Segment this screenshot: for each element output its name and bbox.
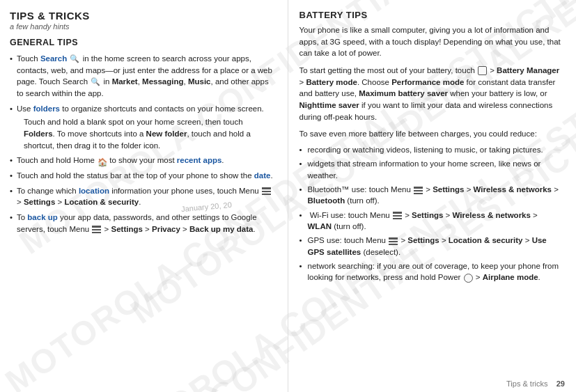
search-icon: 🔍 [70,54,79,64]
right-column: BATTERY TIPS Your phone is like a small … [288,0,577,392]
list-item: Touch and hold Home 🏠 to show your most … [10,155,275,166]
battery-mode-bold: Battery mode [306,78,357,86]
home-icon: 🏠 [98,157,107,166]
folders-bold: Folders [24,130,53,138]
location-security-bold-2: Location & security [449,236,523,244]
location-highlight: location [79,187,109,195]
general-tips-list: Touch Search 🔍 in the home screen to sea… [10,53,275,235]
wlan-bold: WLAN [308,222,332,230]
battery-list-item: widgets that stream information to your … [299,158,564,181]
wireless-networks-bold-2: Wireless & networks [453,211,531,219]
power-icon [464,274,473,283]
menu-icon-4 [393,212,402,219]
list-item: Touch and hold the status bar at the top… [10,170,275,182]
battery-list-item: recording or watching videos, listening … [299,144,564,155]
page-content: TIPS & TRICKS a few handy hints GENERAL … [0,0,576,392]
battery-list-item: Bluetooth™ use: touch Menu > Settings > … [299,184,564,207]
page-label: Tips & tricks [506,379,548,388]
max-battery-bold: Maximum battery saver [359,89,448,97]
bluetooth-bold: Bluetooth [308,196,345,205]
menu-icon-2 [92,226,101,233]
list-item: To change which location information you… [10,185,275,208]
newfolder-bold: New folder [146,130,187,138]
performance-mode-bold: Performance mode [391,78,464,86]
folders-subpara: Touch and hold a blank spot on your home… [17,116,275,151]
battery-tips-heading: BATTERY TIPS [299,10,564,20]
music-bold: Music [188,77,211,86]
battery-list-item: network searching: if you are out of cov… [299,260,564,283]
settings-bold-4: Settings [412,211,443,219]
menu-icon-1 [262,187,271,195]
privacy-bold: Privacy [152,225,180,233]
general-tips-heading: GENERAL TIPS [10,38,275,47]
list-item: Use folders to organize shortcuts and co… [10,103,275,152]
recent-apps-highlight: recent apps [177,156,222,164]
battery-list-item: Wi-Fi use: touch Menu > Settings > Wirel… [299,210,564,233]
battery-save-intro-para: To save even more battery life between c… [299,128,564,140]
settings-bold-3: Settings [433,185,464,194]
search-icon-2: 🔍 [91,77,100,87]
list-item: To back up your app data, passwords, and… [10,212,275,235]
backup-bold: Back up my data [189,225,253,233]
airplane-mode-bold: Airplane mode [483,273,538,281]
settings-gear-icon [478,66,487,75]
left-column: TIPS & TRICKS a few handy hints GENERAL … [0,0,288,392]
wireless-networks-bold-1: Wireless & networks [474,185,552,194]
battery-list-item: GPS use: touch Menu > Settings > Locatio… [299,235,564,258]
search-highlight: Search [40,54,67,63]
battery-save-list: recording or watching videos, listening … [299,144,564,283]
market-bold: Market [112,77,138,86]
page-number: 29 [556,379,565,388]
battery-manager-bold: Battery Manager [497,66,559,75]
page-subtitle: a few handy hints [10,22,275,31]
list-item: Touch Search 🔍 in the home screen to sea… [10,53,275,100]
location-security-bold: Location & security [64,198,139,206]
menu-icon-3 [414,187,423,194]
folders-highlight: folders [33,104,60,113]
page-footer: Tips & tricks 29 [506,379,565,388]
battery-path-para: To start getting the most out of your ba… [299,65,564,123]
settings-bold-1: Settings [24,198,55,206]
battery-intro-para: Your phone is like a small computer, giv… [299,24,564,59]
messaging-bold: Messaging [142,77,183,86]
page-title: TIPS & TRICKS [10,10,275,22]
settings-bold-2: Settings [111,225,143,233]
date-highlight: date [254,171,271,180]
settings-bold-5: Settings [407,236,439,244]
menu-icon-5 [389,237,398,245]
nighttime-saver-bold: Nighttime saver [299,101,359,109]
backup-highlight: back up [27,213,57,221]
